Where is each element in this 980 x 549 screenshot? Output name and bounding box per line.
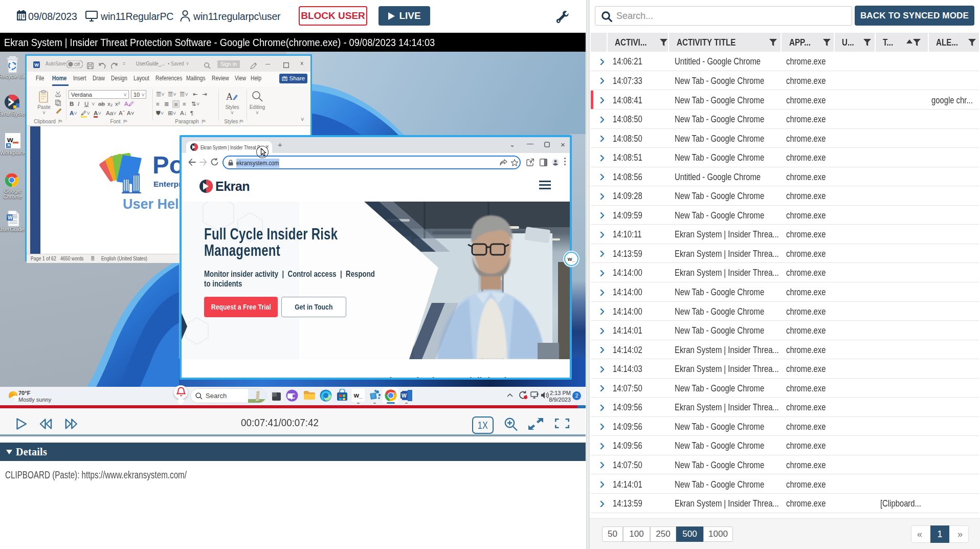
svg-text:˅: ˅ [104, 64, 106, 68]
svg-text:Ekran: Ekran [215, 179, 250, 193]
svg-text:W: W [34, 62, 39, 68]
svg-text:W: W [8, 215, 13, 221]
svg-text:Off: Off [74, 62, 80, 67]
svg-text:w: w [7, 135, 13, 144]
svg-text:A: A [226, 92, 233, 102]
svg-text:W: W [402, 392, 407, 398]
